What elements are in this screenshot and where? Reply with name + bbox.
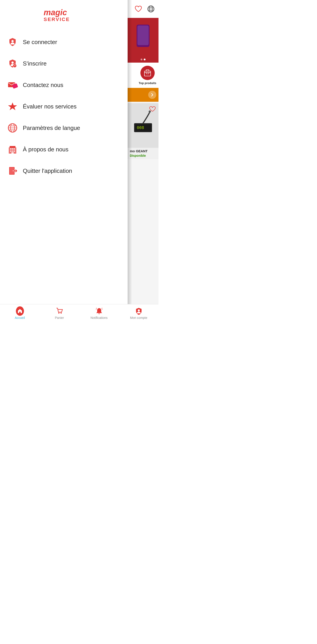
star-icon xyxy=(7,100,18,112)
nav-item-account[interactable]: Mon compte xyxy=(119,304,159,322)
drawer-item-about-label: À propos de nous xyxy=(23,146,69,153)
svg-line-43 xyxy=(96,308,97,308)
building-icon xyxy=(7,144,18,155)
svg-point-45 xyxy=(138,309,140,311)
svg-rect-20 xyxy=(12,150,13,152)
drawer-item-language[interactable]: Paramètres de langue xyxy=(5,117,123,139)
product-card-0[interactable]: 008 mo GEANT Disponible xyxy=(128,103,159,159)
svg-text:+: + xyxy=(14,64,16,67)
nav-item-notifications[interactable]: Notifications xyxy=(79,304,119,322)
exit-icon xyxy=(7,165,18,177)
drawer-item-rate-label: Évaluer nos services xyxy=(23,103,77,110)
globe-header-icon[interactable] xyxy=(146,4,156,14)
svg-text:SERVICE: SERVICE xyxy=(44,16,70,22)
drawer-item-language-label: Paramètres de langue xyxy=(23,124,80,132)
globe-menu-icon xyxy=(7,122,18,134)
main-content: Top produits 008 mo GEANT xyxy=(128,0,159,322)
svg-rect-33 xyxy=(137,26,149,45)
svg-line-42 xyxy=(102,309,103,310)
category-top-products-label: Top produits xyxy=(139,82,156,85)
category-top-products[interactable]: Top produits xyxy=(139,66,156,85)
drawer-item-rate[interactable]: Évaluer nos services xyxy=(5,96,123,117)
svg-rect-19 xyxy=(10,150,12,152)
svg-point-39 xyxy=(58,312,59,314)
svg-marker-8 xyxy=(8,102,17,110)
drawer-menu: Se connecter + S'inscrire xyxy=(0,29,128,304)
svg-line-41 xyxy=(96,309,97,310)
drawer-item-register-label: S'inscrire xyxy=(23,60,47,67)
user-shield-register-icon: + xyxy=(7,58,18,69)
main-banner xyxy=(128,18,159,62)
svg-point-40 xyxy=(61,312,62,314)
svg-point-2 xyxy=(12,40,14,42)
svg-rect-22 xyxy=(12,152,14,154)
svg-text:008: 008 xyxy=(137,125,144,130)
nav-label-account: Mon compte xyxy=(130,316,147,320)
svg-rect-15 xyxy=(10,146,16,148)
product-name-0: mo GEANT xyxy=(128,148,159,154)
svg-point-25 xyxy=(13,170,14,171)
nav-item-cart[interactable]: Panier xyxy=(40,304,79,322)
user-shield-icon xyxy=(7,36,18,48)
svg-rect-34 xyxy=(144,71,151,76)
svg-text:magic: magic xyxy=(44,8,67,17)
bottom-nav: Accueil Panier N xyxy=(0,304,159,322)
svg-point-3 xyxy=(12,62,14,64)
drawer-item-contact[interactable]: Contactez nous xyxy=(5,74,123,96)
drawer-item-register[interactable]: + S'inscrire xyxy=(5,53,123,74)
svg-line-44 xyxy=(102,308,102,308)
bell-nav-icon xyxy=(95,307,103,315)
nav-label-home: Accueil xyxy=(15,316,25,320)
svg-rect-17 xyxy=(12,148,13,150)
drawer-item-login[interactable]: Se connecter xyxy=(5,31,123,53)
main-header xyxy=(128,0,159,18)
svg-rect-21 xyxy=(14,150,15,152)
drawer-item-contact-label: Contactez nous xyxy=(23,82,63,88)
banner-dots xyxy=(128,58,159,60)
promo-banner xyxy=(128,88,159,102)
product-status-0: Disponible xyxy=(128,154,159,159)
drawer-item-about[interactable]: À propos de nous xyxy=(5,139,123,160)
account-nav-icon xyxy=(135,307,143,315)
box-category-icon xyxy=(140,66,155,80)
heart-header-icon[interactable] xyxy=(133,4,143,14)
svg-rect-16 xyxy=(10,148,12,150)
drawer-item-quit-label: Quitter l'application xyxy=(23,168,72,174)
nav-label-notifications: Notifications xyxy=(90,316,107,320)
drawer-item-login-label: Se connecter xyxy=(23,39,57,46)
drawer-shadow xyxy=(128,0,132,322)
product-fav-icon[interactable] xyxy=(149,105,156,113)
drawer-item-quit[interactable]: Quitter l'application xyxy=(5,160,123,182)
drawer-logo: magic SERVICE xyxy=(0,0,128,29)
nav-label-cart: Panier xyxy=(55,316,64,320)
banner-dot-1 xyxy=(144,58,146,60)
svg-rect-18 xyxy=(14,148,15,150)
promo-next-button[interactable] xyxy=(148,91,156,99)
home-nav-icon xyxy=(16,307,24,315)
contact-icon xyxy=(7,79,18,91)
cart-nav-icon xyxy=(56,307,64,315)
side-drawer: magic SERVICE Se connecter xyxy=(0,0,128,322)
logo-svg: magic SERVICE xyxy=(42,7,86,22)
categories-row: Top produits xyxy=(128,62,159,88)
banner-dot-0 xyxy=(141,58,142,60)
nav-item-home[interactable]: Accueil xyxy=(0,304,40,322)
